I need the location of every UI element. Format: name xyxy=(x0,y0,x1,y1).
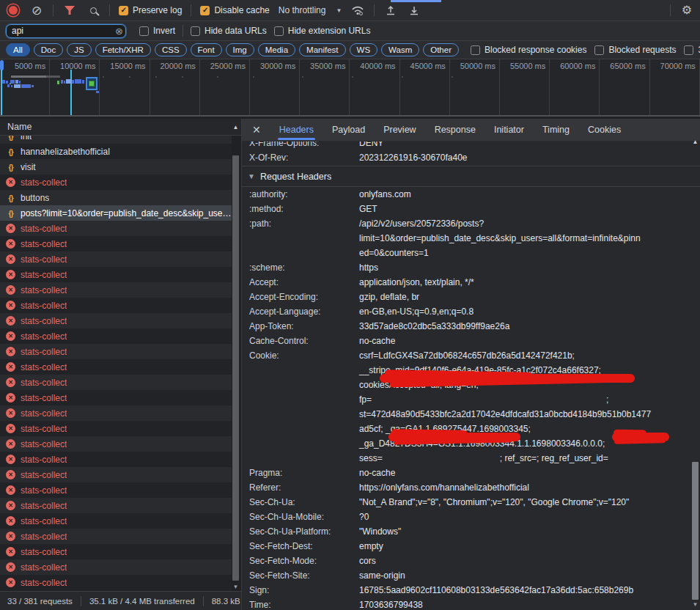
invert-checkbox[interactable]: Invert xyxy=(139,26,175,36)
timeline-section: 15000 ms xyxy=(100,59,150,115)
request-row[interactable]: stats-collect xyxy=(0,405,232,421)
waterfall-bar xyxy=(21,84,31,88)
filter-checkbox[interactable]: 3rd-party requests xyxy=(684,45,700,55)
request-row[interactable]: stats-collect xyxy=(0,282,232,298)
filter-checkbox[interactable]: Blocked requests xyxy=(594,45,676,55)
import-har-button[interactable] xyxy=(383,3,398,18)
toolbar-divider xyxy=(374,4,375,16)
details-tab[interactable]: Cookies xyxy=(588,119,621,141)
details-tab[interactable]: Payload xyxy=(332,119,365,141)
export-har-button[interactable] xyxy=(407,3,421,18)
type-filter-pill[interactable]: Manifest xyxy=(299,43,345,56)
funnel-icon xyxy=(65,6,75,15)
request-row[interactable]: stats-collect xyxy=(0,390,232,405)
request-name: buttons xyxy=(21,193,49,203)
timeline-section: 25000 ms xyxy=(200,59,250,115)
request-row[interactable]: stats-collect xyxy=(0,298,232,313)
timeline-section: 50000 ms xyxy=(450,59,500,115)
request-row[interactable]: stats-collect xyxy=(0,513,232,529)
request-row[interactable]: init xyxy=(0,136,232,144)
network-conditions-button[interactable] xyxy=(350,3,365,18)
request-row[interactable]: stats-collect xyxy=(0,498,232,513)
disable-cache-checkbox[interactable]: Disable cache xyxy=(200,5,269,15)
selected-request-fill xyxy=(89,81,95,87)
header-row: Accept-Language: en-GB,en-US;q=0.9,en;q=… xyxy=(242,304,700,319)
details-tab[interactable]: Headers xyxy=(279,119,314,141)
request-row[interactable]: visit xyxy=(0,159,232,174)
throttling-dropdown[interactable]: No throttling ▼ xyxy=(279,5,342,15)
settings-button[interactable]: ⚙ xyxy=(679,3,694,18)
header-value: ?0 xyxy=(359,510,682,524)
request-row[interactable]: stats-collect xyxy=(0,529,232,544)
type-filter-pill[interactable]: Wasm xyxy=(381,43,419,56)
request-name: stats-collect xyxy=(21,532,67,542)
name-column-header[interactable]: Name xyxy=(0,119,241,136)
details-tab[interactable]: Timing xyxy=(542,119,570,141)
request-row[interactable]: stats-collect xyxy=(0,421,232,436)
scroll-down-icon[interactable]: ▼ xyxy=(691,601,699,608)
hide-data-urls-checkbox[interactable]: Hide data URLs xyxy=(191,26,267,36)
request-row[interactable]: stats-collect xyxy=(0,452,232,467)
waterfall-bar xyxy=(66,79,71,84)
request-row[interactable]: stats-collect xyxy=(0,251,232,267)
request-row[interactable]: stats-collect xyxy=(0,344,232,359)
request-row[interactable]: stats-collect xyxy=(0,436,232,452)
close-icon[interactable]: ✕ xyxy=(252,124,261,136)
hide-extension-urls-checkbox[interactable]: Hide extension URLs xyxy=(274,26,371,36)
request-row[interactable]: stats-collect xyxy=(0,236,232,251)
request-row[interactable]: stats-collect xyxy=(0,375,232,390)
details-tab[interactable]: Preview xyxy=(383,119,416,141)
filter-button[interactable] xyxy=(62,3,77,18)
request-row[interactable]: stats-collect xyxy=(0,575,232,590)
header-name: X-Of-Rev: xyxy=(242,150,359,165)
waterfall-bar xyxy=(7,84,10,87)
type-filter-pill[interactable]: Doc xyxy=(34,43,63,56)
request-row[interactable]: buttons xyxy=(0,190,232,205)
waterfall-bar xyxy=(64,81,65,84)
type-filter-pill[interactable]: Other xyxy=(423,43,459,56)
filter-input[interactable] xyxy=(6,24,126,38)
type-filter-pill[interactable]: JS xyxy=(67,43,91,56)
request-row[interactable]: stats-collect xyxy=(0,221,232,236)
request-row[interactable]: stats-collect xyxy=(0,359,232,375)
request-row[interactable]: stats-collect xyxy=(0,174,232,190)
type-filter-pill[interactable]: CSS xyxy=(155,43,187,56)
headers-content[interactable]: X-Frame-Options: DENY X-Of-Rev: 20231226… xyxy=(242,142,700,610)
request-row[interactable]: stats-collect xyxy=(0,544,232,559)
request-headers-section[interactable]: ▼ Request Headers xyxy=(242,166,700,187)
scroll-down-icon[interactable]: ▼ xyxy=(232,584,240,590)
clear-icon: ⊘ xyxy=(32,4,42,17)
scrollbar-thumb[interactable] xyxy=(692,462,699,600)
type-filter-pill[interactable]: Media xyxy=(258,43,295,56)
type-filter-pill[interactable]: WS xyxy=(350,43,378,56)
scroll-up-icon[interactable]: ▲ xyxy=(691,139,699,145)
type-filter-pill[interactable]: Img xyxy=(226,43,254,56)
clear-filter-icon[interactable]: ⊗ xyxy=(115,26,123,37)
type-filter-pill[interactable]: All xyxy=(6,43,30,56)
preserve-log-checkbox[interactable]: Preserve log xyxy=(119,5,182,15)
request-row[interactable]: stats-collect xyxy=(0,467,232,482)
request-row[interactable]: stats-collect xyxy=(0,559,232,575)
scrollbar-thumb[interactable] xyxy=(232,155,239,581)
type-filter-pill[interactable]: Fetch/XHR xyxy=(95,43,151,56)
header-value: https xyxy=(359,260,682,275)
request-row[interactable]: posts?limit=10&order=publish_date_desc&s… xyxy=(0,205,232,221)
request-row[interactable]: stats-collect xyxy=(0,482,232,498)
scroll-up-icon[interactable]: ▲ xyxy=(232,124,240,131)
filter-checkbox[interactable]: Blocked response cookies xyxy=(471,45,586,55)
request-row[interactable]: hannahelizabethofficial xyxy=(0,144,232,159)
details-tab[interactable]: Response xyxy=(435,119,476,141)
overview-drag-handle[interactable] xyxy=(0,60,4,70)
request-row[interactable]: stats-collect xyxy=(0,328,232,344)
details-tab[interactable]: Initiator xyxy=(494,119,524,141)
request-row[interactable]: stats-collect xyxy=(0,267,232,282)
record-button[interactable] xyxy=(6,3,21,18)
request-row[interactable]: stats-collect xyxy=(0,313,232,328)
type-filter-pill[interactable]: Font xyxy=(191,43,222,56)
timeline-tick-label: 60000 ms xyxy=(550,59,599,70)
search-button[interactable] xyxy=(86,3,100,18)
header-name: :method: xyxy=(242,202,359,216)
network-overview[interactable]: 5000 ms10000 ms15000 ms20000 ms25000 ms3… xyxy=(0,59,700,117)
timeline-tick-label: 10000 ms xyxy=(50,59,99,70)
clear-button[interactable]: ⊘ xyxy=(29,3,44,18)
